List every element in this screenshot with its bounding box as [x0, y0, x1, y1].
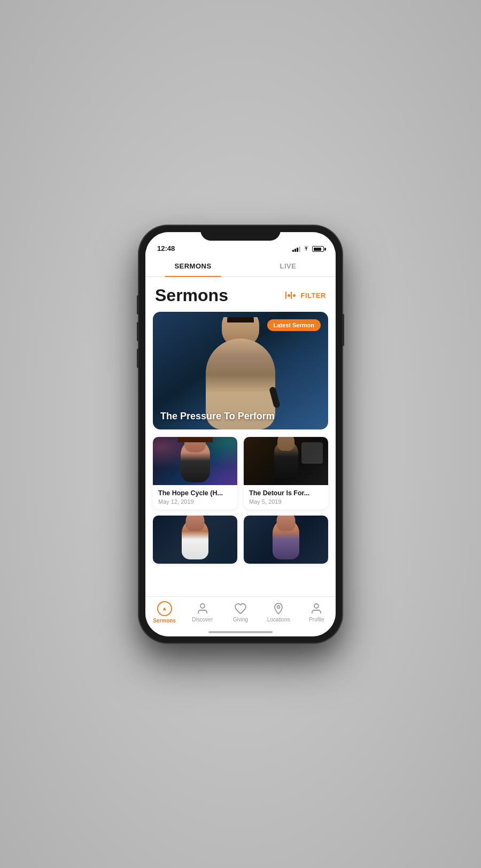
featured-sermon-title: The Pressure To Perform — [160, 411, 321, 422]
svg-point-1 — [277, 605, 280, 608]
phone-frame: 12:48 — [139, 226, 342, 643]
sermon-thumbnail — [244, 516, 328, 564]
main-content: Sermons FILTER — [145, 277, 336, 596]
nav-profile[interactable]: Profile — [302, 602, 331, 623]
nav-giving-label: Giving — [233, 617, 248, 623]
sermon-thumbnail — [244, 437, 328, 485]
sermon-title: The Detour Is For... — [249, 489, 323, 497]
filter-button[interactable]: FILTER — [285, 291, 326, 299]
speaker-silhouette — [273, 519, 299, 559]
tab-live[interactable]: LIVE — [241, 256, 336, 276]
status-icons — [292, 246, 324, 252]
signal-icon — [292, 247, 300, 252]
svg-point-0 — [200, 604, 205, 608]
home-indicator — [208, 631, 273, 633]
page-title: Sermons — [155, 286, 228, 305]
nav-locations-label: Locations — [267, 617, 290, 623]
wifi-icon — [302, 246, 310, 252]
sermon-info: The Detour Is For... May 5, 2019 — [244, 485, 328, 509]
page-header: Sermons FILTER — [145, 277, 336, 312]
bottom-nav: Sermons Discover Giving — [145, 596, 336, 636]
nav-giving[interactable]: Giving — [226, 602, 255, 623]
latest-badge: Latest Sermon — [267, 319, 321, 331]
speaker-silhouette — [181, 440, 210, 482]
top-tab-bar: SERMONS LIVE — [145, 256, 336, 277]
sermon-card[interactable] — [244, 516, 328, 564]
sermon-thumbnail — [153, 516, 237, 564]
nav-profile-label: Profile — [309, 617, 324, 623]
sermon-info: The Hope Cycle (H... May 12, 2019 — [153, 485, 237, 509]
phone-mockup: 12:48 — [139, 226, 342, 643]
sermon-thumbnail — [153, 437, 237, 485]
discover-icon — [196, 602, 209, 615]
nav-discover[interactable]: Discover — [188, 602, 217, 623]
tab-sermons[interactable]: SERMONS — [145, 256, 241, 276]
sermon-card[interactable]: The Detour Is For... May 5, 2019 — [244, 437, 328, 509]
filter-icon — [285, 291, 297, 299]
sermon-date: May 12, 2019 — [158, 498, 232, 505]
filter-label: FILTER — [300, 291, 326, 299]
sermon-title: The Hope Cycle (H... — [158, 489, 232, 497]
featured-sermon-card[interactable]: Latest Sermon The Pressure To Perform — [153, 312, 328, 429]
nav-discover-label: Discover — [192, 617, 213, 623]
locations-icon — [272, 602, 285, 615]
sermon-date: May 5, 2019 — [249, 498, 323, 505]
microphone — [269, 386, 281, 409]
profile-icon — [310, 602, 323, 615]
giving-icon — [234, 602, 247, 615]
sermon-grid: The Hope Cycle (H... May 12, 2019 The De… — [145, 437, 336, 569]
sermons-nav-icon — [157, 601, 172, 616]
nav-sermons-label: Sermons — [153, 618, 176, 624]
featured-bg: Latest Sermon The Pressure To Perform — [153, 312, 328, 429]
status-time: 12:48 — [157, 244, 175, 252]
phone-notch — [200, 226, 281, 241]
sermon-card[interactable] — [153, 516, 237, 564]
speaker-silhouette — [182, 519, 208, 559]
nav-locations[interactable]: Locations — [264, 602, 293, 623]
phone-screen: 12:48 — [145, 232, 336, 636]
speaker-silhouette — [274, 441, 298, 481]
nav-sermons[interactable]: Sermons — [150, 601, 179, 624]
battery-icon — [312, 246, 324, 252]
svg-point-2 — [314, 604, 319, 608]
sermon-card[interactable]: The Hope Cycle (H... May 12, 2019 — [153, 437, 237, 509]
